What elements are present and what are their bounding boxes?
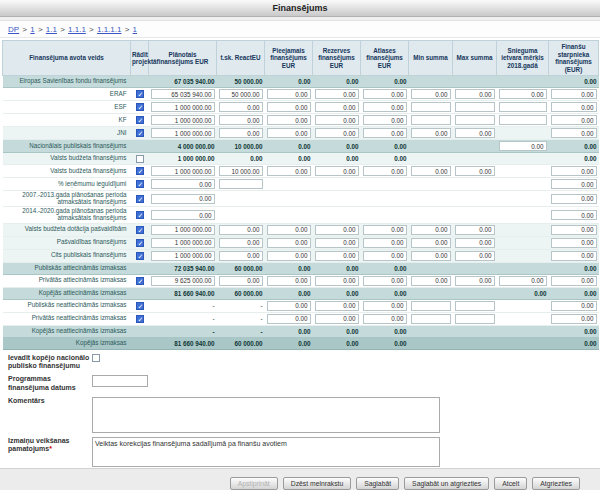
amount-input[interactable] bbox=[455, 301, 495, 311]
amount-input[interactable] bbox=[315, 276, 359, 286]
show-in-project-checkbox[interactable] bbox=[136, 239, 144, 247]
amount-input[interactable] bbox=[151, 210, 215, 220]
save-button[interactable]: Saglabāt bbox=[356, 477, 399, 490]
amount-input[interactable] bbox=[267, 89, 311, 99]
amount-input[interactable] bbox=[151, 179, 215, 189]
amount-input[interactable] bbox=[219, 276, 263, 286]
amount-input[interactable] bbox=[363, 225, 407, 235]
return-button[interactable]: Atgriezties bbox=[532, 477, 580, 490]
amount-input[interactable] bbox=[551, 276, 597, 286]
amount-input[interactable] bbox=[151, 225, 215, 235]
amount-input[interactable] bbox=[411, 314, 451, 324]
amount-input[interactable] bbox=[551, 314, 597, 324]
amount-input[interactable] bbox=[151, 115, 215, 125]
amount-input[interactable] bbox=[499, 89, 547, 99]
amount-input[interactable] bbox=[267, 301, 311, 311]
amount-input[interactable] bbox=[411, 301, 451, 311]
amount-input[interactable] bbox=[315, 166, 359, 176]
show-in-project-checkbox[interactable] bbox=[136, 129, 144, 137]
amount-input[interactable] bbox=[455, 102, 495, 112]
amount-input[interactable] bbox=[219, 102, 263, 112]
show-in-project-checkbox[interactable] bbox=[136, 211, 144, 219]
amount-input[interactable] bbox=[267, 238, 311, 248]
amount-input[interactable] bbox=[455, 251, 495, 261]
amount-input[interactable] bbox=[315, 251, 359, 261]
amount-input[interactable] bbox=[315, 301, 359, 311]
amount-input[interactable] bbox=[363, 301, 407, 311]
show-in-project-checkbox[interactable] bbox=[136, 302, 144, 310]
amount-input[interactable] bbox=[551, 128, 597, 138]
amount-input[interactable] bbox=[151, 238, 215, 248]
amount-input[interactable] bbox=[551, 210, 597, 220]
amount-input[interactable] bbox=[455, 225, 495, 235]
program-date-input[interactable] bbox=[92, 375, 148, 387]
enter-total-national-checkbox[interactable] bbox=[92, 354, 100, 362]
show-in-project-checkbox[interactable] bbox=[136, 226, 144, 234]
comment-textarea[interactable] bbox=[92, 397, 440, 433]
amount-input[interactable] bbox=[219, 179, 263, 189]
amount-input[interactable] bbox=[315, 89, 359, 99]
amount-input[interactable] bbox=[267, 102, 311, 112]
show-in-project-checkbox[interactable] bbox=[136, 155, 144, 163]
amount-input[interactable] bbox=[315, 225, 359, 235]
breadcrumb-link[interactable]: 1 bbox=[30, 25, 34, 34]
amount-input[interactable] bbox=[455, 238, 495, 248]
breadcrumb-link[interactable]: 1.1.1 bbox=[68, 25, 86, 34]
breadcrumb-link[interactable]: 1.1.1.1 bbox=[97, 25, 121, 34]
amount-input[interactable] bbox=[411, 225, 451, 235]
show-in-project-checkbox[interactable] bbox=[136, 167, 144, 175]
amount-input[interactable] bbox=[267, 128, 311, 138]
amount-input[interactable] bbox=[455, 276, 495, 286]
show-in-project-checkbox[interactable] bbox=[136, 116, 144, 124]
amount-input[interactable] bbox=[219, 166, 263, 176]
breadcrumb-link[interactable]: 1.1 bbox=[46, 25, 57, 34]
amount-input[interactable] bbox=[411, 128, 451, 138]
amount-input[interactable] bbox=[219, 251, 263, 261]
delete-draft-button[interactable]: Dzēst melnrakstu bbox=[283, 477, 352, 490]
amount-input[interactable] bbox=[363, 102, 407, 112]
amount-input[interactable] bbox=[315, 115, 359, 125]
amount-input[interactable] bbox=[551, 194, 597, 204]
amount-input[interactable] bbox=[551, 89, 597, 99]
amount-input[interactable] bbox=[551, 251, 597, 261]
amount-input[interactable] bbox=[151, 276, 215, 286]
amount-input[interactable] bbox=[455, 314, 495, 324]
amount-input[interactable] bbox=[151, 166, 215, 176]
save-and-return-button[interactable]: Saglabāt un atgriezties bbox=[404, 477, 489, 490]
amount-input[interactable] bbox=[499, 276, 547, 286]
amount-input[interactable] bbox=[315, 128, 359, 138]
amount-input[interactable] bbox=[267, 225, 311, 235]
amount-input[interactable] bbox=[363, 89, 407, 99]
amount-input[interactable] bbox=[267, 115, 311, 125]
amount-input[interactable] bbox=[219, 89, 263, 99]
amount-input[interactable] bbox=[551, 225, 597, 235]
show-in-project-checkbox[interactable] bbox=[136, 252, 144, 260]
amount-input[interactable] bbox=[219, 128, 263, 138]
show-in-project-checkbox[interactable] bbox=[136, 195, 144, 203]
amount-input[interactable] bbox=[315, 102, 359, 112]
amount-input[interactable] bbox=[551, 179, 597, 189]
change-reason-textarea[interactable]: Veiktas korekcijas finansējuma sadalījum… bbox=[92, 437, 440, 467]
amount-input[interactable] bbox=[267, 314, 311, 324]
amount-input[interactable] bbox=[363, 251, 407, 261]
amount-input[interactable] bbox=[363, 314, 407, 324]
amount-input[interactable] bbox=[267, 276, 311, 286]
amount-input[interactable] bbox=[363, 166, 407, 176]
amount-input[interactable] bbox=[455, 115, 495, 125]
amount-input[interactable] bbox=[219, 225, 263, 235]
amount-input[interactable] bbox=[267, 166, 311, 176]
amount-input[interactable] bbox=[499, 102, 547, 112]
amount-input[interactable] bbox=[411, 115, 451, 125]
show-in-project-checkbox[interactable] bbox=[136, 277, 144, 285]
amount-input[interactable] bbox=[551, 166, 597, 176]
amount-input[interactable] bbox=[551, 115, 597, 125]
amount-input[interactable] bbox=[151, 128, 215, 138]
show-in-project-checkbox[interactable] bbox=[136, 90, 144, 98]
breadcrumb-link[interactable]: DP bbox=[8, 25, 19, 34]
amount-input[interactable] bbox=[455, 166, 495, 176]
amount-input[interactable] bbox=[363, 276, 407, 286]
amount-input[interactable] bbox=[499, 115, 547, 125]
amount-input[interactable] bbox=[551, 102, 597, 112]
amount-input[interactable] bbox=[363, 238, 407, 248]
amount-input[interactable] bbox=[151, 89, 215, 99]
